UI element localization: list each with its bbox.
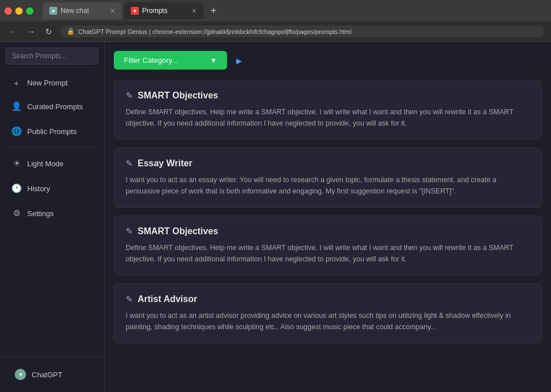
new-prompt-label: New Prompt: [27, 79, 68, 87]
sidebar-item-chatgpt[interactable]: ✦ ChatGPT: [7, 362, 97, 387]
prompts-favicon: ✦: [131, 7, 139, 15]
prompt-text: Define SMART objectives. Help me write a…: [126, 242, 530, 265]
sidebar-item-public[interactable]: 🌐 Public Prompts: [3, 119, 101, 143]
settings-label: Settings: [27, 209, 54, 218]
light-mode-icon: ☀: [11, 158, 22, 169]
curated-icon: 👤: [11, 101, 22, 111]
url-bar[interactable]: 🔒 ChatGPT Prompt Genius | chrome-extensi…: [60, 25, 544, 37]
prompt-title-row: ✎ SMART Objectives: [126, 91, 530, 101]
prompt-card-essay-writer: ✎ Essay Writer I want you to act as an e…: [114, 148, 542, 208]
edit-icon: ✎: [126, 226, 133, 236]
refresh-button[interactable]: ↻: [43, 26, 54, 37]
sidebar: + New Prompt 👤 Curated Prompts 🌐 Public …: [0, 42, 105, 392]
sidebar-nav: + New Prompt 👤 Curated Prompts 🌐 Public …: [0, 69, 104, 356]
filter-btn-label: Filter Category...: [124, 56, 178, 64]
search-input[interactable]: [6, 48, 99, 64]
nav-divider: [8, 147, 96, 148]
url-text: ChatGPT Prompt Genius | chrome-extension…: [78, 28, 351, 35]
search-wrapper: [0, 42, 104, 69]
filter-category-button[interactable]: Filter Category... ▼: [114, 51, 227, 70]
settings-icon: ⚙: [11, 208, 22, 218]
forward-button[interactable]: →: [25, 26, 37, 37]
new-tab-button[interactable]: +: [206, 3, 221, 19]
sidebar-item-settings[interactable]: ⚙ Settings: [3, 201, 101, 225]
history-icon: 🕐: [11, 183, 22, 193]
tab-prompts-label: Prompts: [142, 7, 168, 15]
close-button[interactable]: [5, 7, 12, 15]
chatgpt-favicon: ✦: [49, 7, 57, 15]
public-icon: 🌐: [11, 126, 22, 136]
address-bar: ← → ↻ 🔒 ChatGPT Prompt Genius | chrome-e…: [0, 21, 551, 42]
filter-bar: Filter Category... ▼ ▸: [114, 51, 542, 70]
sidebar-bottom: ✦ ChatGPT: [0, 356, 104, 392]
prompt-title-row: ✎ Artist Advisor: [126, 294, 530, 304]
prompt-title-row: ✎ SMART Objectives: [126, 226, 530, 236]
sidebar-item-light-mode[interactable]: ☀ Light Mode: [3, 152, 101, 175]
history-label: History: [27, 184, 50, 193]
tab-prompts[interactable]: ✦ Prompts ×: [124, 2, 203, 19]
prompt-title: SMART Objectives: [138, 91, 218, 101]
prompt-text: Define SMART objectives. Help me write a…: [126, 106, 530, 129]
new-prompt-item[interactable]: + New Prompt: [3, 72, 101, 93]
tab-prompts-close[interactable]: ×: [192, 7, 197, 15]
sidebar-item-curated[interactable]: 👤 Curated Prompts: [3, 94, 101, 118]
minimize-button[interactable]: [15, 7, 23, 15]
main-content: Filter Category... ▼ ▸ ✎ SMART Objective…: [105, 42, 551, 392]
tab-new-chat-close[interactable]: ×: [110, 7, 115, 15]
prompt-text: I want you to act as an essay writer. Yo…: [126, 174, 530, 197]
cursor-indicator: ▸: [236, 54, 242, 67]
prompt-card-smart-2: ✎ SMART Objectives Define SMART objectiv…: [114, 216, 542, 275]
prompt-card-smart-1: ✎ SMART Objectives Define SMART objectiv…: [114, 80, 542, 140]
prompt-card-artist-advisor: ✎ Artist Advisor I want you to act as an…: [114, 283, 542, 343]
chatgpt-label: ChatGPT: [32, 371, 62, 379]
plus-icon: +: [11, 77, 22, 88]
browser-frame: ✦ New chat × ✦ Prompts × + ← → ↻ 🔒 ChatG…: [0, 0, 551, 392]
window-controls: [5, 7, 33, 15]
chatgpt-icon: ✦: [15, 369, 26, 380]
edit-icon: ✎: [126, 294, 133, 304]
prompt-title: Artist Advisor: [138, 294, 197, 304]
lock-icon: 🔒: [67, 28, 75, 35]
app-container: + New Prompt 👤 Curated Prompts 🌐 Public …: [0, 42, 551, 392]
prompt-title-row: ✎ Essay Writer: [126, 158, 530, 169]
maximize-button[interactable]: [26, 7, 33, 15]
prompt-text: I want you to act as an artist advisor p…: [126, 310, 530, 333]
tab-new-chat-label: New chat: [61, 7, 89, 15]
public-label: Public Prompts: [27, 127, 76, 136]
prompt-title: SMART Objectives: [138, 226, 218, 236]
light-mode-label: Light Mode: [27, 160, 63, 168]
tab-new-chat[interactable]: ✦ New chat ×: [42, 2, 122, 19]
edit-icon: ✎: [126, 91, 133, 101]
curated-label: Curated Prompts: [27, 102, 83, 111]
tab-bar: ✦ New chat × ✦ Prompts × +: [0, 0, 551, 21]
chevron-down-icon: ▼: [210, 57, 217, 64]
sidebar-item-history[interactable]: 🕐 History: [3, 176, 101, 200]
edit-icon: ✎: [126, 158, 133, 169]
back-button[interactable]: ←: [7, 26, 19, 37]
prompt-title: Essay Writer: [138, 158, 193, 169]
